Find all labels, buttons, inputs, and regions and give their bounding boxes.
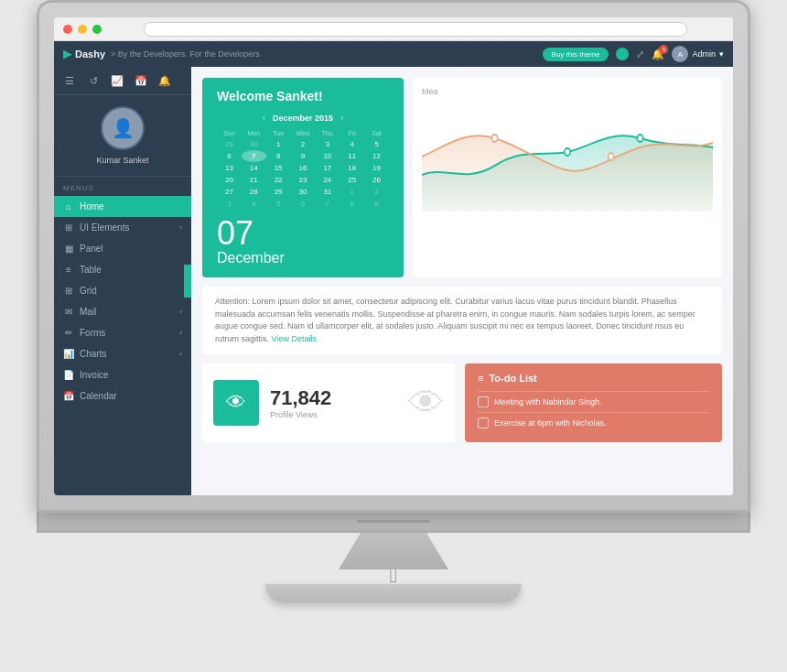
- cal-cell[interactable]: 31: [315, 186, 340, 198]
- hamburger-icon[interactable]: ☰: [61, 72, 78, 89]
- dot-yellow[interactable]: [78, 25, 87, 34]
- cal-day-fri: Fri: [340, 128, 364, 138]
- cal-cell[interactable]: 15: [266, 162, 291, 174]
- todo-list-icon: ≡: [478, 373, 483, 384]
- cal-prev[interactable]: ‹: [263, 113, 265, 123]
- browser-bar: [54, 17, 733, 41]
- cal-cell[interactable]: 8: [340, 198, 364, 210]
- user-name: Kumar Sanket: [96, 156, 148, 165]
- cal-cell[interactable]: 5: [364, 138, 389, 150]
- cal-cell[interactable]: 4: [340, 138, 364, 150]
- cal-cell[interactable]: 3: [217, 198, 242, 210]
- cal-cell[interactable]: 1: [266, 138, 291, 150]
- svg-point-3: [609, 153, 614, 160]
- view-details-link[interactable]: View Details: [272, 334, 317, 343]
- cal-cell[interactable]: 14: [242, 162, 266, 174]
- cal-cell[interactable]: 21: [242, 174, 266, 186]
- sidebar-item-forms[interactable]: ✏ Forms ›: [54, 322, 191, 343]
- monitor-chin: [37, 513, 750, 533]
- sidebar-item-mail[interactable]: ✉ Mail ›: [54, 301, 191, 322]
- desc-card: Attention: Lorem ipsum dolor sit amet, c…: [202, 287, 722, 354]
- cal-cell[interactable]: 27: [217, 186, 242, 198]
- cal-row-3: 20 21 22 23 24 25 26: [217, 174, 389, 186]
- cal-cell[interactable]: 23: [291, 174, 316, 186]
- table-icon: ≡: [63, 265, 74, 275]
- bell-sidebar-icon[interactable]: 🔔: [156, 72, 173, 89]
- calendar-icon[interactable]: 📅: [133, 72, 149, 89]
- cal-cell[interactable]: 10: [315, 150, 340, 162]
- panel-icon: ▦: [63, 244, 74, 254]
- big-date: 07 December: [217, 217, 389, 266]
- bell-icon[interactable]: 🔔 5: [652, 49, 664, 60]
- todo-checkbox-1[interactable]: [478, 417, 489, 428]
- cal-cell[interactable]: 4: [242, 198, 266, 210]
- expand-icon[interactable]: ⤢: [636, 49, 644, 60]
- todo-checkbox-0[interactable]: [478, 396, 489, 407]
- cal-cell[interactable]: 9: [364, 198, 389, 210]
- admin-avatar: A: [672, 46, 688, 62]
- cal-cell[interactable]: 5: [266, 198, 291, 210]
- brand-name: Dashy: [75, 49, 105, 60]
- bottom-row: 👁 71,842 Profile Views 👁: [202, 363, 722, 442]
- cal-cell[interactable]: 2: [291, 138, 316, 150]
- dot-green[interactable]: [92, 25, 102, 34]
- cal-cell[interactable]: 1: [340, 186, 364, 198]
- browser-url: [144, 22, 687, 37]
- monitor-screen: ▶ Dashy > By the Developers. For the Dev…: [54, 17, 733, 495]
- cal-row-4: 27 28 29 30 31 1 2: [217, 186, 389, 198]
- cal-cell[interactable]: 6: [291, 198, 316, 210]
- cal-cell[interactable]: 3: [315, 138, 340, 150]
- cal-cell[interactable]: 24: [315, 174, 340, 186]
- ghost-eye-icon: 👁: [408, 383, 445, 424]
- header-breadcrumb: > By the Developers. For the Developers: [111, 49, 260, 59]
- cal-cell[interactable]: 2: [364, 186, 389, 198]
- cal-cell[interactable]: 30: [291, 186, 316, 198]
- cal-cell[interactable]: 28: [242, 186, 266, 198]
- todo-header: ≡ To-do List: [478, 373, 709, 384]
- sidebar-item-charts[interactable]: 📊 Charts ›: [54, 343, 191, 364]
- cal-next[interactable]: ›: [340, 113, 343, 123]
- sidebar-item-panel[interactable]: ▦ Panel: [54, 238, 191, 259]
- sidebar-item-label: UI Elements: [80, 222, 129, 233]
- cal-day-wed: Wed: [291, 128, 316, 138]
- cal-cell[interactable]: 30: [242, 138, 266, 150]
- sidebar-item-calendar[interactable]: 📅 Calendar: [54, 385, 191, 406]
- sidebar-item-home[interactable]: ⌂ Home: [54, 196, 191, 217]
- sidebar-collapse-button[interactable]: ‹: [184, 265, 191, 298]
- cal-cell[interactable]: 7: [315, 198, 340, 210]
- app-container: ☰ ↺ 📈 📅 🔔 👤 Kumar Sanket MENUS ⌂ Home: [54, 67, 733, 495]
- cal-cell-today[interactable]: 7: [242, 150, 266, 162]
- cal-cell[interactable]: 12: [364, 150, 389, 162]
- cal-cell[interactable]: 25: [340, 174, 364, 186]
- cal-cell[interactable]: 8: [266, 150, 291, 162]
- cal-cell[interactable]: 17: [315, 162, 340, 174]
- cal-cell[interactable]: 6: [217, 150, 242, 162]
- charts-icon: 📊: [63, 349, 74, 359]
- chart-icon[interactable]: 📈: [109, 72, 125, 89]
- cal-cell[interactable]: 20: [217, 174, 242, 186]
- cal-cell[interactable]: 9: [291, 150, 316, 162]
- top-section: Welcome Sanket! ‹ December 2015 › Sun: [202, 78, 722, 277]
- sidebar-item-grid[interactable]: ⊞ Grid: [54, 280, 191, 301]
- stand-neck: [339, 533, 448, 569]
- cal-cell[interactable]: 19: [364, 162, 389, 174]
- admin-menu[interactable]: A Admin ▾: [672, 46, 724, 62]
- sidebar-item-label: Home: [80, 201, 104, 211]
- sidebar-item-table[interactable]: ≡ Table: [54, 259, 191, 280]
- stand-base: [265, 584, 522, 602]
- cal-cell[interactable]: 11: [340, 150, 364, 162]
- cal-cell[interactable]: 29: [266, 186, 291, 198]
- cal-cell[interactable]: 26: [364, 174, 389, 186]
- buy-button[interactable]: Buy this theme: [543, 48, 609, 61]
- sidebar-item-invoice[interactable]: 📄 Invoice: [54, 364, 191, 385]
- cal-cell[interactable]: 13: [217, 162, 242, 174]
- mail-icon: ✉: [63, 307, 74, 317]
- dot-red[interactable]: [63, 25, 72, 34]
- cal-cell[interactable]: 16: [291, 162, 316, 174]
- cal-cell[interactable]: 29: [217, 138, 242, 150]
- refresh-icon[interactable]: ↺: [85, 72, 102, 89]
- sidebar-item-ui-elements[interactable]: ⊞ UI Elements ›: [54, 217, 191, 238]
- welcome-card: Welcome Sanket! ‹ December 2015 › Sun: [202, 78, 404, 277]
- cal-cell[interactable]: 18: [340, 162, 364, 174]
- cal-cell[interactable]: 22: [266, 174, 291, 186]
